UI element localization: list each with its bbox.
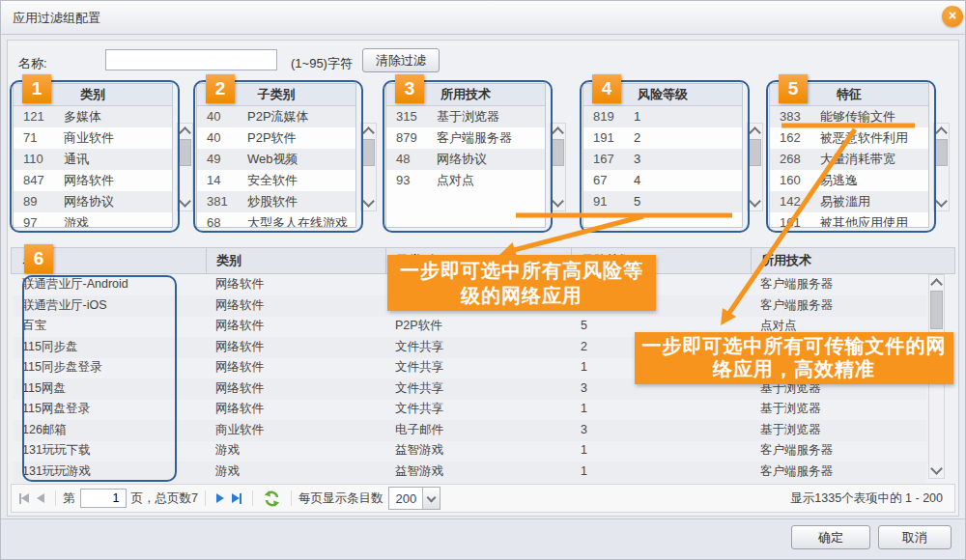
item-label: 被其他应用使用	[820, 215, 908, 228]
table-row[interactable]: 126邮箱商业软件电子邮件3基于浏览器	[13, 420, 926, 441]
scroll-down-icon[interactable]	[361, 195, 376, 210]
list-item[interactable]: 161被其他应用使用	[770, 212, 928, 228]
scroll-down-icon[interactable]	[551, 195, 565, 210]
page-suffix-label: 页，总页数7	[131, 490, 198, 507]
scroll-down-icon[interactable]	[748, 195, 762, 210]
cell-category: 网络软件	[206, 295, 385, 317]
scrollbar-thumb[interactable]	[179, 139, 191, 166]
cell-category: 商业软件	[206, 420, 385, 441]
scroll-down-icon[interactable]	[178, 195, 192, 210]
per-page-select[interactable]: 200	[388, 487, 440, 510]
chevron-down-icon[interactable]	[422, 488, 440, 509]
scrollbar-thumb[interactable]	[930, 291, 943, 329]
cell-name: 联通营业厅-Android	[13, 274, 206, 295]
dialog-title: 应用过滤组配置	[13, 10, 100, 27]
list-item[interactable]: 162被恶意软件利用	[770, 127, 928, 149]
scrollbar-feature[interactable]	[933, 123, 950, 211]
step-badge-6: 6	[24, 244, 53, 273]
item-count: 40	[197, 106, 247, 127]
item-count: 91	[583, 191, 634, 212]
scroll-down-icon[interactable]	[929, 462, 944, 478]
refresh-icon[interactable]	[264, 490, 280, 507]
table-row[interactable]: 131玩玩下载游戏益智游戏1客户端服务器	[13, 440, 926, 462]
item-count: 315	[386, 106, 437, 127]
step-badge-4: 4	[592, 74, 621, 103]
list-item[interactable]: 48网络协议	[386, 149, 545, 170]
scroll-up-icon[interactable]	[551, 124, 565, 139]
item-count: 14	[197, 170, 247, 191]
scrollbar-thumb[interactable]	[362, 139, 375, 166]
list-item[interactable]: 383能够传输文件	[770, 106, 928, 127]
app-filter-group-dialog: 应用过滤组配置 × 名称: (1~95)字符 清除过滤 类别 121多媒体 71…	[0, 0, 966, 560]
list-item[interactable]: 915	[583, 191, 742, 212]
list-item[interactable]: 847网络软件	[14, 170, 172, 191]
cell-name: 115网盘登录	[13, 399, 206, 420]
prev-page-icon[interactable]	[37, 493, 44, 503]
step-badge-2: 2	[206, 74, 235, 103]
list-item[interactable]: 49Web视频	[197, 149, 355, 170]
list-item[interactable]: 89网络协议	[14, 191, 172, 212]
cell-risk: 1	[571, 462, 751, 483]
close-icon[interactable]: ×	[942, 6, 963, 27]
clear-filter-button[interactable]: 清除过滤	[362, 48, 440, 72]
scrollbar-thumb[interactable]	[749, 139, 761, 166]
cancel-button[interactable]: 取消	[878, 525, 952, 549]
list-item[interactable]: 68大型多人在线游戏	[197, 212, 355, 228]
scrollbar-subcategory[interactable]	[360, 123, 377, 211]
list-item[interactable]: 315基于浏览器	[386, 106, 545, 127]
cell-name: 126邮箱	[13, 420, 206, 441]
list-item[interactable]: 268大量消耗带宽	[770, 149, 928, 170]
scrollbar-technology[interactable]	[550, 123, 566, 211]
scrollbar-thumb[interactable]	[552, 139, 564, 166]
item-count: 879	[386, 127, 437, 149]
pagination-bar: 第 页，总页数7 每页显示条目数 200 显示1335个表项中的 1 - 200	[11, 484, 955, 513]
scroll-up-icon[interactable]	[178, 124, 192, 139]
table-row[interactable]: 115网盘登录网络软件文件共享1基于浏览器	[13, 399, 926, 420]
next-page-icon[interactable]	[216, 493, 224, 503]
scroll-down-icon[interactable]	[934, 195, 949, 210]
cell-subcategory: 文件共享	[385, 357, 571, 378]
panel-subcategory: 子类别 40P2P流媒体 40P2P软件 49Web视频 14安全软件 381炒…	[196, 83, 356, 228]
item-label: 4	[634, 173, 640, 187]
list-item[interactable]: 71商业软件	[14, 127, 172, 149]
scrollbar-category[interactable]	[177, 123, 193, 211]
list-item[interactable]: 97游戏	[14, 212, 172, 228]
list-item[interactable]: 110通讯	[14, 149, 172, 170]
list-item[interactable]: 674	[583, 170, 742, 191]
column-header-technology[interactable]: 所用技术	[752, 248, 935, 273]
list-item[interactable]: 8191	[583, 106, 742, 127]
list-item[interactable]: 381炒股软件	[197, 191, 355, 212]
table-row[interactable]: 131玩玩游戏游戏益智游戏1客户端服务器	[13, 462, 926, 483]
panel-risk-level: 风险等级 8191 1912 1673 674 915	[582, 83, 743, 228]
first-page-icon[interactable]	[19, 493, 29, 504]
scrollbar-thumb[interactable]	[935, 139, 948, 166]
list-item[interactable]: 121多媒体	[14, 106, 172, 127]
item-label: 炒股软件	[247, 194, 298, 209]
scroll-up-icon[interactable]	[748, 124, 762, 139]
list-item[interactable]: 1912	[583, 127, 742, 149]
list-item[interactable]: 142易被滥用	[770, 191, 928, 212]
list-item[interactable]: 1673	[583, 149, 742, 170]
item-count: 383	[770, 106, 820, 127]
list-item[interactable]: 879客户端服务器	[386, 127, 545, 149]
page-number-input[interactable]	[80, 489, 127, 508]
item-count: 161	[770, 212, 820, 228]
ok-button[interactable]: 确定	[791, 525, 870, 549]
list-item[interactable]: 40P2P软件	[197, 127, 355, 149]
scroll-up-icon[interactable]	[929, 275, 944, 291]
cell-subcategory: P2P软件	[385, 316, 571, 337]
name-input[interactable]	[105, 49, 277, 70]
item-label: 易被滥用	[820, 194, 870, 209]
name-length-hint: (1~95)字符	[291, 55, 353, 72]
cell-name: 115网盘	[13, 378, 206, 400]
scrollbar-risk-level[interactable]	[747, 123, 763, 211]
list-item[interactable]: 14安全软件	[197, 170, 355, 191]
column-header-category[interactable]: 类别	[207, 248, 386, 273]
list-item[interactable]: 93点对点	[386, 170, 545, 191]
last-page-icon[interactable]	[232, 493, 242, 504]
scroll-up-icon[interactable]	[934, 124, 949, 139]
scroll-up-icon[interactable]	[361, 124, 376, 139]
name-label: 名称:	[18, 55, 47, 72]
list-item[interactable]: 40P2P流媒体	[197, 106, 355, 127]
list-item[interactable]: 160易逃逸	[770, 170, 928, 191]
